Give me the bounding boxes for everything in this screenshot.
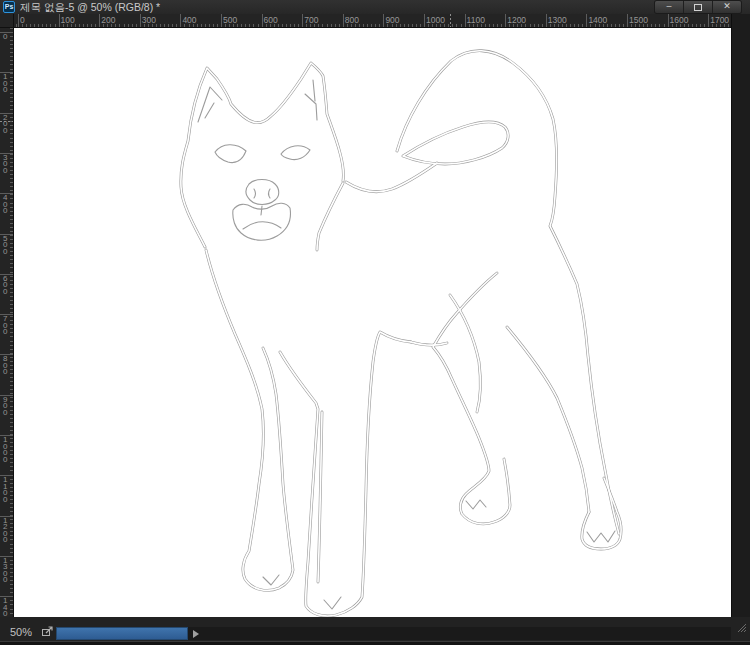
horizontal-ruler-label: 1600 [670,15,689,25]
vertical-ruler[interactable]: 01 0 02 0 03 0 04 0 05 0 06 0 07 0 08 0 … [0,28,14,617]
zoom-level-field[interactable]: 50% [10,626,32,638]
status-bar: 50% [0,617,750,641]
horizontal-ruler-major-tick [383,14,384,27]
horizontal-ruler-label: 1100 [467,15,485,25]
vertical-ruler-label: 5 0 0 [3,236,7,256]
close-button[interactable]: ✕ [713,1,741,13]
dog-right-ear-inner-fold [313,80,315,101]
status-popup-arrow-icon[interactable] [193,630,199,638]
dog-right-nostril [269,189,271,198]
dog-left-ear-inner-fold [205,103,214,118]
dog-front-left-toes [263,575,279,585]
dog-left-eye [215,145,246,163]
horizontal-ruler-major-tick [546,14,547,27]
horizontal-ruler-label: 200 [101,15,115,25]
horizontal-ruler-label: 1400 [588,15,607,25]
vertical-ruler-label: 1 3 0 0 [3,558,7,584]
vertical-ruler-label: 1 0 0 0 [3,437,7,463]
horizontal-ruler-major-tick [668,14,669,27]
horizontal-ruler-label: 300 [142,15,156,25]
horizontal-ruler-minor-ticks [14,24,731,27]
dog-drawing [14,28,731,617]
vertical-scrollbar-track[interactable] [731,14,750,617]
horizontal-ruler-major-tick [343,14,344,27]
vertical-ruler-label: 1 2 0 0 [3,518,7,544]
dog-left-ear-inner [198,87,222,122]
vertical-ruler-label: 9 0 0 [3,397,7,417]
minimize-button[interactable]: – [655,1,684,13]
dog-face-details [198,80,615,609]
window-title: 제목 없음-5 @ 50% (RGB/8) * [20,1,160,15]
dog-philtrum-line [261,206,262,215]
horizontal-ruler-label: 1000 [426,15,445,25]
vertical-ruler-label: 0 [3,34,7,41]
window-controls: – ✕ [655,1,741,13]
dog-near-hind-toes [466,500,486,509]
horizontal-ruler-major-tick [465,14,466,27]
window-bottom-edge [0,641,750,645]
horizontal-ruler-label: 900 [385,15,399,25]
horizontal-ruler-major-tick [18,14,19,27]
maximize-button[interactable] [684,1,713,13]
horizontal-ruler-major-tick [99,14,100,27]
export-icon[interactable] [41,625,54,638]
horizontal-ruler-major-tick [708,14,709,27]
vertical-ruler-label: 6 0 0 [3,276,7,296]
dog-left-nostril [254,189,256,198]
photoshop-app-icon: Ps [3,1,15,13]
vertical-ruler-label: 1 4 0 0 [3,598,7,617]
vertical-ruler-label: 2 0 0 [3,115,7,135]
vertical-ruler-label: 3 0 0 [3,155,7,175]
horizontal-ruler-label: 1300 [548,15,567,25]
maximize-icon [694,4,702,11]
horizontal-scrollbar-thumb[interactable] [56,627,188,640]
horizontal-ruler-major-tick [424,14,425,27]
horizontal-ruler-label: 1200 [507,15,526,25]
dog-tongue-line [243,222,281,229]
dog-front-right-toes [324,597,341,609]
horizontal-ruler-major-tick [180,14,181,27]
vertical-ruler-label: 1 1 0 0 [3,477,7,503]
horizontal-ruler-major-tick [140,14,141,27]
horizontal-ruler-major-tick [59,14,60,27]
vertical-ruler-label: 1 0 0 [3,74,7,94]
dog-right-eye [281,146,310,160]
vertical-ruler-label: 7 0 0 [3,316,7,336]
resize-grip-icon[interactable] [735,621,748,634]
horizontal-ruler-major-tick [221,14,222,27]
horizontal-ruler-label: 500 [223,15,237,25]
vertical-ruler-label: 8 0 0 [3,356,7,376]
horizontal-ruler-major-tick [627,14,628,27]
horizontal-ruler[interactable]: 0100200300400500600700800900100011001200… [14,14,731,28]
horizontal-ruler-label: 1500 [629,15,648,25]
horizontal-ruler-major-tick [262,14,263,27]
horizontal-ruler-label: 700 [304,15,318,25]
horizontal-ruler-label: 600 [264,15,278,25]
horizontal-ruler-major-tick [302,14,303,27]
horizontal-ruler-label: 100 [61,15,75,25]
horizontal-ruler-label: 800 [345,15,359,25]
horizontal-ruler-label: 0 [20,15,25,25]
ruler-origin-corner[interactable] [0,14,14,28]
horizontal-ruler-major-tick [505,14,506,27]
horizontal-ruler-label: 400 [182,15,196,25]
vertical-ruler-label: 4 0 0 [3,195,7,215]
horizontal-ruler-label: 1700 [710,15,729,25]
dog-far-hind-toes [587,531,615,542]
horizontal-ruler-cursor-indicator [450,14,451,27]
document-canvas[interactable] [14,28,731,617]
title-bar: Ps 제목 없음-5 @ 50% (RGB/8) * – ✕ [0,0,750,14]
horizontal-ruler-major-tick [586,14,587,27]
vertical-ruler-minor-ticks [10,28,13,617]
dog-nose [246,180,279,205]
